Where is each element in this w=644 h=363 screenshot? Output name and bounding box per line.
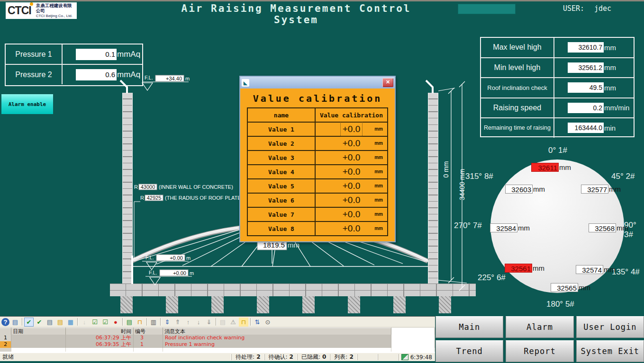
acknowledge-flag-icon[interactable]: ✔ <box>35 318 44 327</box>
toolbar-separator <box>22 318 22 326</box>
toolbar-separator <box>160 318 161 326</box>
pressure-panel: Pressure 1 0.1 mmAq Pressure 2 0.6 mmAq <box>5 44 143 86</box>
row1-rest <box>391 335 435 341</box>
raising-speed-value[interactable]: 0.2 <box>568 103 604 113</box>
row1-id: 3 <box>134 335 163 341</box>
dialog-titlebar[interactable]: ◣ ✕ <box>240 77 395 89</box>
col-rest <box>391 328 435 335</box>
cal-name-3: Value 3 <box>248 151 316 164</box>
svg-text:m: m <box>186 255 190 261</box>
log-database-icon[interactable]: ▤ <box>45 318 54 327</box>
user-login-button[interactable]: User Login <box>576 316 644 338</box>
report-button[interactable]: Report <box>506 340 573 362</box>
alarm-list-icon[interactable]: ▤ <box>125 318 134 327</box>
cal-value-input-1[interactable]: +0.0mm <box>316 123 387 136</box>
row2-id: 1 <box>134 341 163 348</box>
max-level-value[interactable]: 32610.7 <box>568 42 604 53</box>
col-header-name: name <box>248 108 316 122</box>
calibration-row-6: Value 6 +0.0mm <box>248 194 387 208</box>
roof-point-value-box-6[interactable]: 32561 <box>505 264 532 273</box>
svg-text:+0.00: +0.00 <box>173 270 186 276</box>
status-empty-1 <box>357 354 378 360</box>
help-icon[interactable]: ? <box>1 318 9 326</box>
svg-text:F.L.: F.L. <box>145 75 153 80</box>
close-icon[interactable]: ✕ <box>382 78 393 87</box>
foundation-pillar <box>348 296 360 313</box>
alarm-row-2[interactable]: 2 06:39:35 上午 1 Pressure 1 warning <box>0 341 435 348</box>
archive-lock-icon[interactable]: ▤ <box>55 318 65 327</box>
emergency-ack-icon[interactable]: ● <box>111 318 120 327</box>
roof-point-value-box-4[interactable]: 32574 <box>576 265 603 274</box>
roof-point-value-box-3[interactable]: 32568 <box>589 223 616 232</box>
header-blank-button[interactable] <box>458 4 516 14</box>
foundation-pillar <box>166 296 178 313</box>
screen-ack-icon[interactable]: ☑ <box>90 318 100 327</box>
scroll-top-icon[interactable]: ⇑ <box>173 318 182 327</box>
window-topics-icon[interactable]: ▤ <box>10 318 20 327</box>
foundation-pillar <box>302 296 315 313</box>
col-time[interactable]: 时间 <box>66 328 134 335</box>
col-id[interactable]: 编号 <box>134 328 163 335</box>
page-up-icon[interactable]: ↑ <box>183 318 193 327</box>
system-exit-button[interactable]: System Exit <box>576 340 644 362</box>
roof-point-label-2: 45° 2# <box>611 172 635 181</box>
acknowledge-icon[interactable]: ✔ <box>24 318 34 327</box>
alarm-panel: ?▤✔✔▤▤▦↓☑☑●▤⊓▥⇕⇑↑↓⇓▤⚠⊓⇅⊙ 日期 时间 编号 消息文本 1… <box>0 316 435 361</box>
calibration-row-8: Value 8 +0.0mm <box>248 222 387 235</box>
svg-text:F.L.: F.L. <box>149 270 157 275</box>
pressure-1-value[interactable]: 0.1 <box>76 49 117 60</box>
col-date[interactable]: 日期 <box>11 328 66 335</box>
cal-value-input-8[interactable]: +0.0mm <box>316 222 387 235</box>
statistics-icon[interactable]: ▦ <box>66 318 75 327</box>
roof-point-value-box-7[interactable]: 32584 <box>490 223 517 232</box>
row1-text: Roof inclination check warning <box>163 335 391 341</box>
screen-ack-all-icon[interactable]: ☑ <box>100 318 110 327</box>
cal-name-1: Value 1 <box>248 123 316 136</box>
lock-icon[interactable]: ⊓ <box>239 318 248 327</box>
alarm-bell-icon[interactable]: ⚠ <box>228 318 238 327</box>
pressure-1-unit: mmAq <box>117 50 140 59</box>
cal-value-input-6[interactable]: +0.0mm <box>316 194 387 207</box>
cal-value-input-4[interactable]: +0.0mm <box>316 165 387 178</box>
ctci-brand-text: CTCI <box>8 4 31 17</box>
print-icon[interactable]: ▥ <box>149 318 158 327</box>
cal-value-input-2[interactable]: +0.0mm <box>316 137 387 150</box>
toolbar-separator <box>77 318 78 326</box>
min-level-value[interactable]: 32561.2 <box>568 62 604 73</box>
cal-value-input-7[interactable]: +0.0mm <box>316 208 387 221</box>
roof-point-unit: mm <box>609 185 621 193</box>
sort-az-icon[interactable]: ⇅ <box>253 318 262 327</box>
roof-point-value-box-5[interactable]: 32565 <box>551 283 578 292</box>
cal-value-input-5[interactable]: +0.0mm <box>316 179 387 193</box>
roof-point-value-box-8[interactable]: 32603 <box>505 185 533 194</box>
unlock-arrow-icon[interactable]: ⊓ <box>135 318 145 327</box>
paste-icon[interactable]: ▤ <box>218 318 227 327</box>
sort-updown-icon[interactable]: ⇕ <box>163 318 172 327</box>
pressure-1-label: Pressure 1 <box>6 44 63 64</box>
roof-point-value-box-1[interactable]: 32611 <box>531 163 559 172</box>
col-text[interactable]: 消息文本 <box>163 328 391 335</box>
svg-text:R: R <box>140 195 144 201</box>
alarm-row-1[interactable]: 1 06:37:29 上午 3 Roof inclination check w… <box>0 335 435 341</box>
remaining-time-value[interactable]: 163444.0 <box>568 123 604 133</box>
pressure-2-value[interactable]: 0.6 <box>76 69 117 80</box>
scroll-bottom-icon[interactable]: ⇓ <box>204 318 214 327</box>
page-down-icon[interactable]: ↓ <box>194 318 203 327</box>
level-panel: Max level high 32610.7 mm Min level high… <box>480 37 635 137</box>
main-button[interactable]: Main <box>435 316 503 338</box>
rowfill-time <box>66 348 134 352</box>
roof-point-label-1: 0° 1# <box>548 146 567 155</box>
arrow-down-icon[interactable]: ↓ <box>80 318 89 327</box>
min-level-label: Min level high <box>481 58 554 78</box>
roof-point-value-2: 32577mm <box>581 185 621 194</box>
logo-company-en: CTCI Beijing Co., Ltd. <box>36 14 75 18</box>
trend-button[interactable]: Trend <box>435 340 503 362</box>
row1-num: 1 <box>0 335 11 341</box>
row2-date <box>11 341 66 348</box>
roof-inclination-value[interactable]: 49.5 <box>568 82 604 93</box>
alarm-enable-button[interactable]: Alarm enable <box>1 94 53 114</box>
cal-value-input-3[interactable]: +0.0mm <box>316 151 387 164</box>
alarm-button[interactable]: Alarm <box>506 316 573 338</box>
roof-point-value-box-2[interactable]: 32577 <box>581 185 608 194</box>
clock-icon[interactable]: ⊙ <box>263 318 272 327</box>
